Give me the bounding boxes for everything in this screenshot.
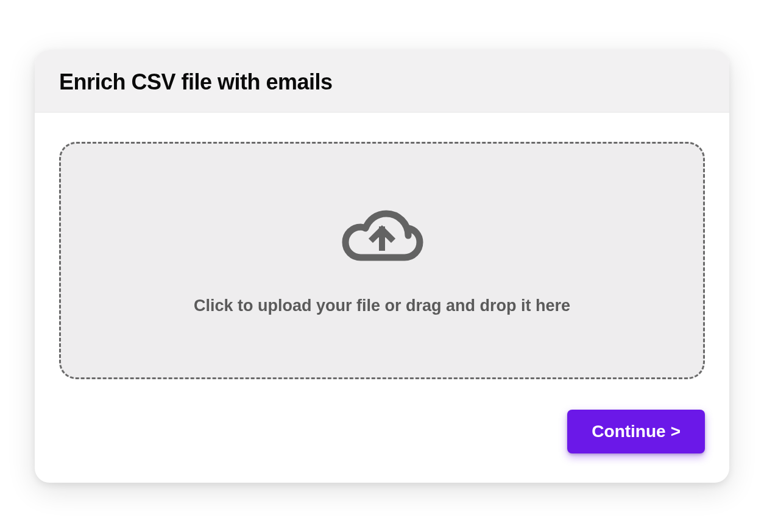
dropzone-instruction: Click to upload your file or drag and dr… bbox=[194, 296, 570, 315]
card-footer: Continue > bbox=[35, 404, 729, 483]
card-title: Enrich CSV file with emails bbox=[59, 69, 705, 95]
card-body: Click to upload your file or drag and dr… bbox=[35, 113, 729, 404]
cloud-upload-icon bbox=[336, 205, 428, 272]
upload-card: Enrich CSV file with emails Click to upl… bbox=[35, 50, 729, 483]
chevron-right-icon: > bbox=[671, 422, 681, 441]
card-header: Enrich CSV file with emails bbox=[35, 50, 729, 113]
continue-button[interactable]: Continue > bbox=[567, 410, 705, 453]
continue-label: Continue bbox=[592, 422, 665, 441]
file-dropzone[interactable]: Click to upload your file or drag and dr… bbox=[59, 142, 705, 379]
